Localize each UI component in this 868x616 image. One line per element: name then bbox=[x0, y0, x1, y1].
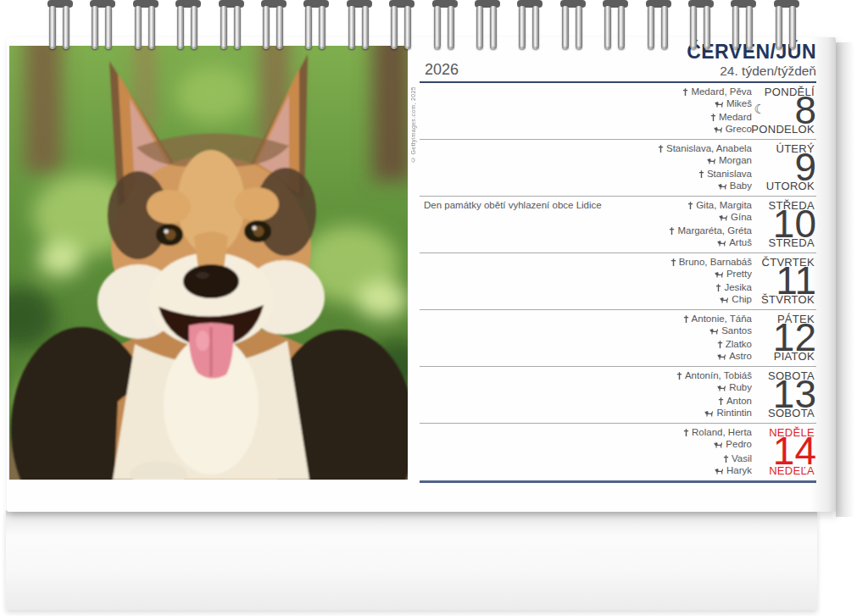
wire-loop bbox=[174, 0, 203, 53]
wire-loop bbox=[601, 0, 630, 53]
wire-loop bbox=[217, 0, 246, 53]
day-label-column: ČTVRTEK 11 ŠTVRTOK bbox=[713, 253, 815, 309]
day-name-sk: PIATOK bbox=[774, 350, 815, 363]
calendar-panel: ČERVEN/JÚN 2026 24. týden/týždeň Medard,… bbox=[420, 41, 816, 508]
week-label: 24. týden/týždeň bbox=[720, 64, 816, 79]
corgi-photo bbox=[9, 46, 408, 480]
day-name-sk: ŠTVRTOK bbox=[761, 293, 815, 306]
spiral-binding bbox=[7, 0, 836, 54]
cross-icon bbox=[670, 258, 676, 266]
cross-icon bbox=[683, 429, 689, 436]
day-label-column: STŘEDA 10 STREDA bbox=[713, 197, 815, 253]
card-edge-shadow bbox=[836, 42, 854, 517]
cross-icon bbox=[669, 227, 675, 235]
wire-loop bbox=[302, 0, 331, 53]
wire-loop bbox=[729, 0, 758, 53]
day-label-column: SOBOTA 13 SOBOTA bbox=[713, 367, 815, 423]
wire-loop bbox=[772, 0, 801, 53]
wire-loop bbox=[345, 0, 374, 53]
wire-loop bbox=[46, 0, 75, 53]
day-name-sk: STREDA bbox=[768, 236, 815, 249]
cross-icon bbox=[683, 315, 689, 323]
wire-loop bbox=[687, 0, 715, 53]
cross-icon bbox=[682, 88, 688, 96]
cross-icon bbox=[658, 145, 664, 153]
wire-loop bbox=[515, 0, 544, 53]
cross-icon bbox=[676, 372, 682, 380]
day-rows: Medard, Pěva Mikeš Medard Greco ☾ PONDĚL… bbox=[420, 83, 816, 480]
day-label-column: ÚTERÝ 9 UTOROK bbox=[713, 140, 815, 196]
cross-icon bbox=[698, 170, 704, 178]
day-name-sk: NEDEĽA bbox=[769, 464, 815, 477]
day-row: Antonín, Tobiáš Ruby Anton Rintintin SOB… bbox=[420, 367, 816, 424]
wire-loop bbox=[88, 0, 117, 53]
wire-loop bbox=[644, 0, 673, 53]
calendar-stand-base bbox=[6, 510, 817, 610]
year-label: 2026 bbox=[425, 61, 459, 79]
day-name-sk: UTOROK bbox=[766, 180, 815, 192]
stage: © Gettyimages.com, 2025 ČERVEN/JÚN 2026 … bbox=[0, 0, 868, 616]
day-row: Antonie, Táňa Santos Zlatko Astro PÁTEK … bbox=[420, 310, 816, 367]
holiday-note: Den památky obětí vyhlazení obce Lidice bbox=[424, 200, 602, 210]
day-row: Roland, Herta Pedro Vasil Haryk NEDĚLE 1… bbox=[420, 424, 816, 480]
wire-loop bbox=[431, 0, 459, 53]
day-label-column: PONDĚLÍ 8 PONDELOK bbox=[713, 83, 815, 139]
day-row: Stanislava, Anabela Morgan Stanislava Ba… bbox=[420, 140, 816, 197]
day-label-column: NEDĚLE 14 NEDEĽA bbox=[713, 424, 815, 480]
day-name-sk: PONDELOK bbox=[751, 123, 815, 136]
day-name-sk: SOBOTA bbox=[768, 407, 815, 419]
day-label-column: PÁTEK 12 PIATOK bbox=[713, 310, 815, 366]
calendar-card: © Gettyimages.com, 2025 ČERVEN/JÚN 2026 … bbox=[7, 37, 836, 512]
wire-loop bbox=[559, 0, 587, 53]
day-row: Bruno, Barnabáš Pretty Jesika Chip ČTVRT… bbox=[420, 253, 816, 310]
photo-credit: © Gettyimages.com, 2025 bbox=[410, 44, 416, 163]
wire-loop bbox=[387, 0, 416, 53]
wire-loop bbox=[259, 0, 288, 53]
bottom-rule bbox=[420, 480, 816, 483]
wire-loop bbox=[473, 0, 502, 53]
day-row: Den památky obětí vyhlazení obce Lidice … bbox=[420, 197, 816, 253]
day-row: Medard, Pěva Mikeš Medard Greco ☾ PONDĚL… bbox=[420, 83, 816, 140]
wire-loop bbox=[131, 0, 160, 53]
cross-icon bbox=[687, 202, 693, 209]
